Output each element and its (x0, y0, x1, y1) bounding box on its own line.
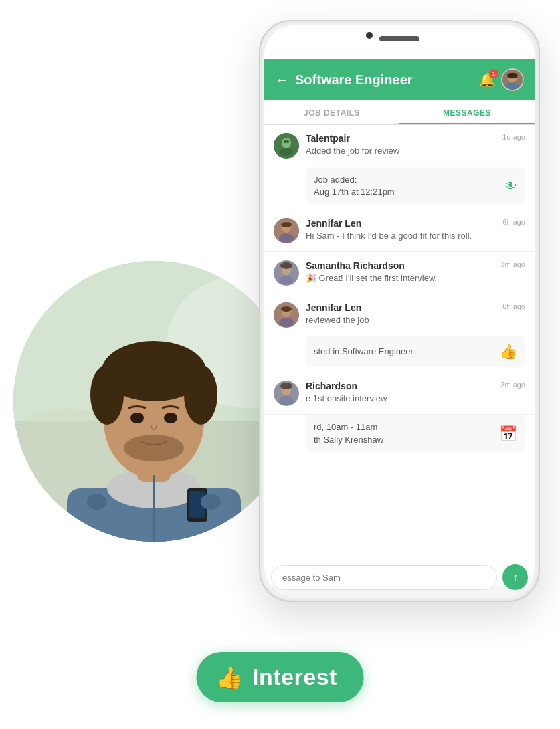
system-line2: Aug 17th at 12:21pm (314, 187, 395, 197)
svg-point-32 (281, 222, 292, 227)
phone-camera (366, 32, 373, 39)
svg-point-20 (201, 494, 221, 510)
app-header: ← Software Engineer 🔔 1 (264, 59, 535, 100)
tab-messages[interactable]: MESSAGES (399, 100, 535, 124)
system-message-text: rd, 10am - 11am th Sally Krenshaw (314, 421, 383, 445)
notification-bell[interactable]: 🔔 1 (479, 72, 496, 88)
message-body: Jennifar Len 6h ago Hi Sam - I think I'd… (306, 218, 525, 242)
message-time: 3m ago (500, 260, 525, 268)
system-line1: rd, 10am - 11am (314, 422, 377, 432)
svg-point-44 (280, 383, 292, 389)
system-line2: th Sally Krenshaw (314, 435, 383, 445)
message-item: Jennifar Len 6h ago Hi Sam - I think I'd… (264, 210, 535, 252)
svg-point-41 (279, 318, 294, 327)
message-text: 🎉 Great! I'll set the first interview. (306, 272, 525, 284)
message-time: 1d ago (502, 133, 525, 141)
svg-point-26 (282, 138, 291, 148)
message-input[interactable] (271, 565, 497, 590)
svg-point-13 (130, 413, 144, 423)
svg-point-15 (124, 435, 184, 461)
system-message: rd, 10am - 11am th Sally Krenshaw 📅 (306, 415, 525, 452)
interest-label: Interest (252, 664, 337, 690)
calendar-icon: 📅 (499, 425, 517, 443)
messages-list[interactable]: Talentpair 1d ago Added the job for revi… (264, 125, 535, 586)
person-circle (13, 261, 294, 542)
message-body: Jennifar Len 6h ago reviewed the job (306, 302, 525, 326)
system-line1: sted in Software Engineer (314, 346, 413, 356)
message-item: Talentpair 1d ago Added the job for revi… (264, 125, 535, 167)
sender-name: Samantha Richardson (306, 260, 405, 271)
interest-button[interactable]: 👍 Interest (196, 652, 364, 702)
message-text: reviewed the job (306, 314, 525, 326)
avatar (274, 302, 299, 328)
svg-point-28 (286, 140, 289, 143)
svg-point-33 (279, 233, 294, 243)
system-message-text: Job added: Aug 17th at 12:21pm (314, 174, 395, 198)
system-message: sted in Software Engineer 👍 (306, 336, 525, 367)
message-time: 6h ago (502, 218, 525, 226)
avatar (274, 381, 299, 406)
sender-name: Jennifar Len (306, 302, 361, 313)
message-body: Richardson 3m ago e 1st onsite interview (306, 381, 525, 405)
tab-job-details[interactable]: JOB DETAILS (264, 100, 399, 124)
app-content: ← Software Engineer 🔔 1 (264, 59, 535, 597)
svg-point-40 (281, 306, 292, 312)
phone-speaker (379, 36, 419, 41)
svg-point-27 (284, 140, 286, 143)
svg-point-45 (279, 396, 294, 405)
svg-point-12 (107, 344, 201, 385)
svg-point-29 (280, 148, 293, 156)
avatar (274, 260, 299, 286)
thumbs-up-icon: 👍 (499, 343, 517, 360)
message-body: Samantha Richardson 3m ago 🎉 Great! I'll… (306, 260, 525, 284)
svg-point-19 (87, 494, 107, 510)
message-time: 3m ago (500, 381, 525, 389)
eye-icon: 👁 (505, 179, 517, 193)
system-line1: Job added: (314, 175, 357, 185)
sender-name: Talentpair (306, 133, 350, 144)
message-item: Jennifar Len 6h ago reviewed the job (264, 294, 535, 336)
avatar (274, 133, 299, 159)
header-icons: 🔔 1 (479, 68, 524, 91)
svg-point-14 (164, 413, 177, 423)
back-button[interactable]: ← (275, 72, 288, 88)
thumbs-up-icon: 👍 (216, 665, 243, 690)
sender-name: Jennifar Len (306, 218, 361, 229)
send-arrow-icon: ↑ (512, 571, 518, 583)
message-text: Added the job for review (306, 145, 525, 157)
svg-point-24 (507, 72, 518, 78)
system-message-text: sted in Software Engineer (314, 346, 413, 358)
message-body: Talentpair 1d ago Added the job for revi… (306, 133, 525, 157)
avatar (274, 218, 299, 243)
message-input-bar: ↑ (271, 564, 528, 590)
sender-name: Richardson (306, 381, 357, 391)
send-button[interactable]: ↑ (502, 564, 528, 590)
svg-point-37 (279, 276, 294, 285)
message-text: Hi Sam - I think I'd be a good fit for t… (306, 230, 525, 242)
message-item: Samantha Richardson 3m ago 🎉 Great! I'll… (264, 252, 535, 294)
message-time: 6h ago (502, 302, 525, 310)
notification-badge: 1 (489, 69, 498, 78)
svg-point-36 (280, 262, 292, 269)
tab-bar: JOB DETAILS MESSAGES (264, 100, 535, 125)
message-text: e 1st onsite interview (306, 393, 525, 405)
user-avatar[interactable] (501, 68, 524, 91)
message-item: Richardson 3m ago e 1st onsite interview (264, 373, 535, 415)
phone-device: ← Software Engineer 🔔 1 (259, 20, 540, 602)
page-title: Software Engineer (295, 72, 472, 88)
system-message: Job added: Aug 17th at 12:21pm 👁 (306, 167, 525, 205)
